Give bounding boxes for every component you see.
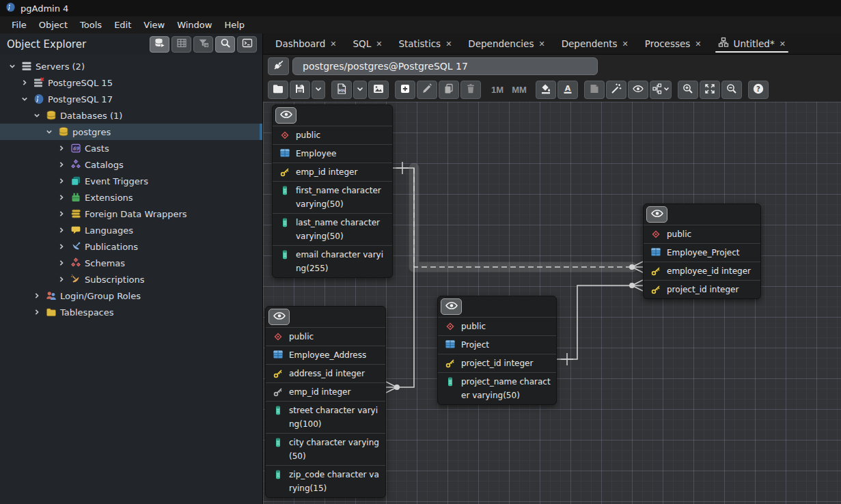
tab-dependents[interactable]: Dependents✕ xyxy=(553,33,637,54)
table-details-toggle[interactable] xyxy=(646,206,667,223)
close-icon[interactable]: ✕ xyxy=(376,40,382,48)
table-name-row[interactable]: Project xyxy=(438,336,556,354)
cardinality-notation-button[interactable] xyxy=(650,81,672,99)
column-row-project-id[interactable]: project_id integer xyxy=(438,354,556,373)
close-icon[interactable]: ✕ xyxy=(780,40,786,48)
download-image-button[interactable] xyxy=(368,81,389,99)
chevron-down-icon[interactable] xyxy=(19,95,30,103)
search-button[interactable] xyxy=(215,36,235,53)
menu-tools[interactable]: Tools xyxy=(74,16,108,33)
erd-canvas[interactable]: publicEmployeeemp_id integerfirst_name c… xyxy=(263,102,841,504)
menu-edit[interactable]: Edit xyxy=(108,16,137,33)
chevron-right-icon[interactable] xyxy=(56,177,67,185)
save-dropdown-button[interactable] xyxy=(312,81,325,99)
tree-item-postgresql-15[interactable]: PostgreSQL 15 xyxy=(0,74,262,91)
tree-item-subscriptions[interactable]: Subscriptions xyxy=(0,271,262,288)
tab-statistics[interactable]: Statistics✕ xyxy=(390,33,460,54)
tab-untitled[interactable]: Untitled*✕ xyxy=(710,33,794,54)
add-note-button[interactable] xyxy=(584,81,605,99)
column-row-project-id[interactable]: project_id integer xyxy=(644,281,760,298)
zoom-to-fit-button[interactable] xyxy=(700,81,720,99)
menu-window[interactable]: Window xyxy=(171,16,218,33)
drop-table-button[interactable] xyxy=(460,81,481,99)
chevron-right-icon[interactable] xyxy=(31,292,42,300)
zoom-out-button[interactable] xyxy=(721,81,742,99)
close-icon[interactable]: ✕ xyxy=(695,40,701,48)
open-project-button[interactable] xyxy=(268,81,288,99)
edit-table-button[interactable] xyxy=(417,81,437,99)
schema-row[interactable]: public xyxy=(273,126,392,145)
erd-table-project[interactable]: publicProjectproject_id integerproject_n… xyxy=(437,296,557,405)
column-row-last-name[interactable]: last_name character varying(50) xyxy=(273,214,392,246)
table-details-toggle[interactable] xyxy=(275,107,297,124)
tab-sql[interactable]: SQL✕ xyxy=(344,33,390,54)
close-icon[interactable]: ✕ xyxy=(538,40,544,48)
column-row-email[interactable]: email character varying(255) xyxy=(273,246,392,277)
chevron-right-icon[interactable] xyxy=(56,144,67,152)
tree-item-tablespaces[interactable]: Tablespaces xyxy=(0,304,262,320)
column-row-street[interactable]: street character varying(100) xyxy=(266,402,385,434)
table-name-row[interactable]: Employee xyxy=(273,145,392,163)
chevron-down-icon[interactable] xyxy=(44,128,55,136)
tree-item-publications[interactable]: Publications xyxy=(0,238,262,255)
tree-item-postgresql-17[interactable]: PostgreSQL 17 xyxy=(0,91,262,107)
column-row-first-name[interactable]: first_name character varying(50) xyxy=(273,182,392,214)
menu-file[interactable]: File xyxy=(5,16,33,33)
column-row-zip-code[interactable]: zip_code character varying(15) xyxy=(266,466,385,497)
chevron-right-icon[interactable] xyxy=(56,210,67,218)
menu-view[interactable]: View xyxy=(137,16,171,33)
close-icon[interactable]: ✕ xyxy=(622,40,629,48)
column-row-city[interactable]: city character varying(50) xyxy=(266,434,385,466)
view-data-button[interactable] xyxy=(171,36,191,53)
sql-dropdown-button[interactable] xyxy=(353,81,367,99)
tree-item-login-group-roles[interactable]: Login/Group Roles xyxy=(0,288,262,304)
tab-dashboard[interactable]: Dashboard✕ xyxy=(267,33,344,54)
add-table-button[interactable] xyxy=(395,81,415,99)
erd-table-employee[interactable]: publicEmployeeemp_id integerfirst_name c… xyxy=(272,104,393,278)
erd-table-employee-address[interactable]: publicEmployee_Addressaddress_id integer… xyxy=(265,306,386,498)
tree-item-casts[interactable]: 69Casts xyxy=(0,140,262,156)
column-row-project-name[interactable]: project_name character varying(50) xyxy=(438,373,556,404)
tree-item-languages[interactable]: Languages xyxy=(0,222,262,238)
schema-row[interactable]: public xyxy=(266,328,385,346)
chevron-right-icon[interactable] xyxy=(56,193,67,201)
connection-status-button[interactable] xyxy=(268,57,289,75)
chevron-right-icon[interactable] xyxy=(56,160,67,169)
tree-item-servers-2[interactable]: Servers (2) xyxy=(0,58,262,74)
chevron-right-icon[interactable] xyxy=(56,242,67,251)
zoom-in-button[interactable] xyxy=(678,81,698,99)
tree-item-postgres[interactable]: postgres xyxy=(0,124,262,140)
many-to-many-button[interactable]: MM xyxy=(509,81,529,99)
tree-item-foreign-data-wrappers[interactable]: Foreign Data Wrappers xyxy=(0,206,262,222)
close-icon[interactable]: ✕ xyxy=(330,40,336,48)
generate-sql-button[interactable]: SQL xyxy=(331,81,352,99)
chevron-right-icon[interactable] xyxy=(56,259,67,267)
menu-object[interactable]: Object xyxy=(33,16,74,33)
column-row-emp-id[interactable]: emp_id integer xyxy=(266,383,385,402)
column-row-address-id[interactable]: address_id integer xyxy=(266,365,385,383)
table-name-row[interactable]: Employee_Project xyxy=(644,244,760,262)
chevron-down-icon[interactable] xyxy=(7,62,18,70)
tree-item-event-triggers[interactable]: Event Triggers xyxy=(0,173,262,189)
chevron-right-icon[interactable] xyxy=(31,308,42,316)
chevron-right-icon[interactable] xyxy=(56,275,67,283)
schema-row[interactable]: public xyxy=(644,225,760,244)
clone-table-button[interactable] xyxy=(439,81,459,99)
query-tool-button[interactable] xyxy=(237,36,257,53)
column-row-employee-id[interactable]: employee_id integer xyxy=(644,262,760,281)
tab-processes[interactable]: Processes✕ xyxy=(637,33,710,54)
help-button[interactable]: ? xyxy=(748,81,769,99)
tree-item-extensions[interactable]: Extensions xyxy=(0,189,262,206)
table-name-row[interactable]: Employee_Address xyxy=(266,346,385,365)
schema-row[interactable]: public xyxy=(438,318,556,336)
save-project-button[interactable] xyxy=(290,81,310,99)
column-row-emp-id[interactable]: emp_id integer xyxy=(273,163,392,182)
tree-item-schemas[interactable]: Schemas xyxy=(0,255,262,271)
close-icon[interactable]: ✕ xyxy=(445,40,452,48)
filter-button[interactable] xyxy=(193,36,213,53)
tree-item-databases-1[interactable]: Databases (1) xyxy=(0,107,262,124)
one-to-many-button[interactable]: 1M xyxy=(487,81,508,99)
chevron-right-icon[interactable] xyxy=(19,79,30,87)
show-details-button[interactable] xyxy=(628,81,648,99)
chevron-down-icon[interactable] xyxy=(31,111,42,120)
